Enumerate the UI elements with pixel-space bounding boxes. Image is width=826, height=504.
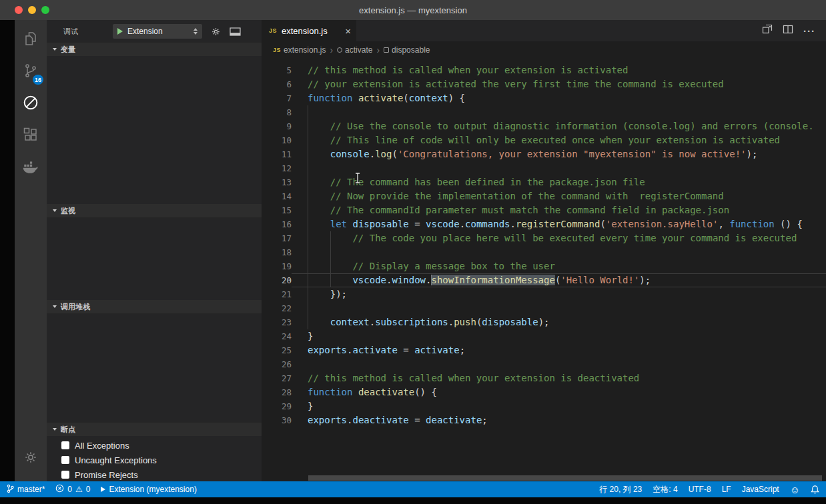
cursor-position-status[interactable]: 行 20, 列 23 xyxy=(599,484,642,495)
line-number[interactable]: 7 xyxy=(262,91,292,105)
breakpoint-item[interactable]: All Exceptions xyxy=(47,438,262,453)
code-text[interactable]: // this method is called when your exten… xyxy=(292,371,826,385)
code-text[interactable]: console.log('Congratulations, your exten… xyxy=(292,147,826,161)
language-mode-status[interactable]: JavaScript xyxy=(742,485,779,494)
code-line[interactable]: 19 // Display a message box to the user xyxy=(262,259,826,273)
code-line[interactable]: 27// this method is called when your ext… xyxy=(262,371,826,385)
line-number[interactable]: 21 xyxy=(262,287,292,301)
code-line[interactable]: 12 xyxy=(262,161,826,175)
code-text[interactable] xyxy=(292,161,826,175)
code-text[interactable] xyxy=(292,357,826,371)
notifications-bell-icon[interactable] xyxy=(811,485,819,494)
breakpoint-item[interactable]: Promise Rejects xyxy=(47,467,262,482)
code-text[interactable] xyxy=(292,301,826,315)
code-text[interactable] xyxy=(292,105,826,119)
code-line[interactable]: 24} xyxy=(262,329,826,343)
section-header-call-stack[interactable]: 调用堆栈 xyxy=(47,300,262,313)
feedback-smiley-icon[interactable]: ☺ xyxy=(790,485,800,495)
indentation-status[interactable]: 空格: 4 xyxy=(653,484,677,495)
code-line[interactable]: 18 xyxy=(262,245,826,259)
minimize-window-button[interactable] xyxy=(28,6,36,14)
section-header-watch[interactable]: 监视 xyxy=(47,204,262,217)
code-line[interactable]: 22 xyxy=(262,301,826,315)
code-line[interactable]: 8 xyxy=(262,105,826,119)
code-line[interactable]: 23 context.subscriptions.push(disposable… xyxy=(262,315,826,329)
line-number[interactable]: 22 xyxy=(262,301,292,315)
code-text[interactable]: exports.activate = activate; xyxy=(292,343,826,357)
breadcrumb-symbol-disposable[interactable]: disposable xyxy=(384,45,430,55)
more-actions-icon[interactable]: ··· xyxy=(803,25,815,37)
code-text[interactable]: }); xyxy=(292,287,826,301)
close-window-button[interactable] xyxy=(15,6,23,14)
scrollbar-thumb[interactable] xyxy=(308,475,822,481)
debug-console-button[interactable] xyxy=(230,27,241,36)
code-line[interactable]: 15 // The commandId parameter must match… xyxy=(262,203,826,217)
problems-status[interactable]: 0 ⚠ 0 xyxy=(55,484,90,495)
tab-extension-js[interactable]: JS extension.js × xyxy=(262,20,356,41)
code-text[interactable]: // Now provide the implementation of the… xyxy=(292,189,826,203)
line-number[interactable]: 8 xyxy=(262,105,292,119)
git-branch-status[interactable]: master* xyxy=(7,484,45,495)
code-text[interactable]: // this method is called when your exten… xyxy=(292,63,826,77)
code-line[interactable]: 21 }); xyxy=(262,287,826,301)
code-text[interactable]: // The command has been defined in the p… xyxy=(292,175,826,189)
line-number[interactable]: 16 xyxy=(262,217,292,231)
code-text[interactable]: function activate(context) { xyxy=(292,91,826,105)
line-number[interactable]: 6 xyxy=(262,77,292,91)
code-line[interactable]: 20 vscode.window.showInformationMessage(… xyxy=(262,273,826,287)
code-lines[interactable]: 5// this method is called when your exte… xyxy=(262,59,826,481)
line-number[interactable]: 27 xyxy=(262,371,292,385)
split-editor-icon[interactable] xyxy=(783,24,793,37)
line-number[interactable]: 18 xyxy=(262,245,292,259)
breadcrumb-file[interactable]: JS extension.js xyxy=(273,45,326,55)
line-number[interactable]: 15 xyxy=(262,203,292,217)
code-line[interactable]: 11 console.log('Congratulations, your ex… xyxy=(262,147,826,161)
debug-config-dropdown[interactable]: Extension xyxy=(113,24,202,39)
line-number[interactable]: 11 xyxy=(262,147,292,161)
line-number[interactable]: 26 xyxy=(262,357,292,371)
activitybar-debug[interactable] xyxy=(15,88,47,120)
line-number[interactable]: 17 xyxy=(262,231,292,245)
code-line[interactable]: 28function deactivate() { xyxy=(262,385,826,399)
horizontal-scrollbar[interactable] xyxy=(262,475,826,481)
eol-status[interactable]: LF xyxy=(722,485,731,494)
code-text[interactable]: // Display a message box to the user xyxy=(292,259,826,273)
code-text[interactable]: // The commandId parameter must match th… xyxy=(292,203,826,217)
activitybar-extensions[interactable] xyxy=(15,120,47,152)
code-text[interactable]: // Use the console to output diagnostic … xyxy=(292,119,826,133)
start-debug-icon[interactable] xyxy=(117,28,123,35)
code-line[interactable]: 26 xyxy=(262,357,826,371)
line-number[interactable]: 25 xyxy=(262,343,292,357)
code-line[interactable]: 14 // Now provide the implementation of … xyxy=(262,189,826,203)
code-line[interactable]: 9 // Use the console to output diagnosti… xyxy=(262,119,826,133)
checkbox[interactable] xyxy=(61,441,69,449)
code-line[interactable]: 29} xyxy=(262,399,826,413)
checkbox[interactable] xyxy=(61,471,69,479)
activitybar-explorer[interactable] xyxy=(15,24,47,56)
debug-target-status[interactable]: Extension (myextension) xyxy=(101,485,196,494)
code-line[interactable]: 17 // The code you place here will be ex… xyxy=(262,231,826,245)
code-text[interactable]: function deactivate() { xyxy=(292,385,826,399)
line-number[interactable]: 5 xyxy=(262,63,292,77)
line-number[interactable]: 10 xyxy=(262,133,292,147)
open-changes-icon[interactable] xyxy=(762,24,773,37)
line-number[interactable]: 30 xyxy=(262,413,292,427)
code-text[interactable]: vscode.window.showInformationMessage('He… xyxy=(292,273,826,287)
activitybar-docker[interactable] xyxy=(15,152,47,184)
code-text[interactable]: let disposable = vscode.commands.registe… xyxy=(292,217,826,231)
section-header-breakpoints[interactable]: 断点 xyxy=(47,423,262,436)
configure-gear-button[interactable] xyxy=(211,27,221,37)
activitybar-settings[interactable] xyxy=(15,443,47,475)
code-text[interactable]: } xyxy=(292,329,826,343)
checkbox[interactable] xyxy=(61,456,69,464)
code-line[interactable]: 6// your extension is activated the very… xyxy=(262,77,826,91)
code-line[interactable]: 7function activate(context) { xyxy=(262,91,826,105)
code-line[interactable]: 30exports.deactivate = deactivate; xyxy=(262,413,826,427)
line-number[interactable]: 19 xyxy=(262,259,292,273)
breakpoint-item[interactable]: Uncaught Exceptions xyxy=(47,453,262,467)
close-tab-icon[interactable]: × xyxy=(345,26,351,36)
code-text[interactable]: } xyxy=(292,399,826,413)
code-text[interactable]: context.subscriptions.push(disposable); xyxy=(292,315,826,329)
activitybar-source-control[interactable]: 16 xyxy=(15,56,47,88)
line-number[interactable]: 23 xyxy=(262,315,292,329)
